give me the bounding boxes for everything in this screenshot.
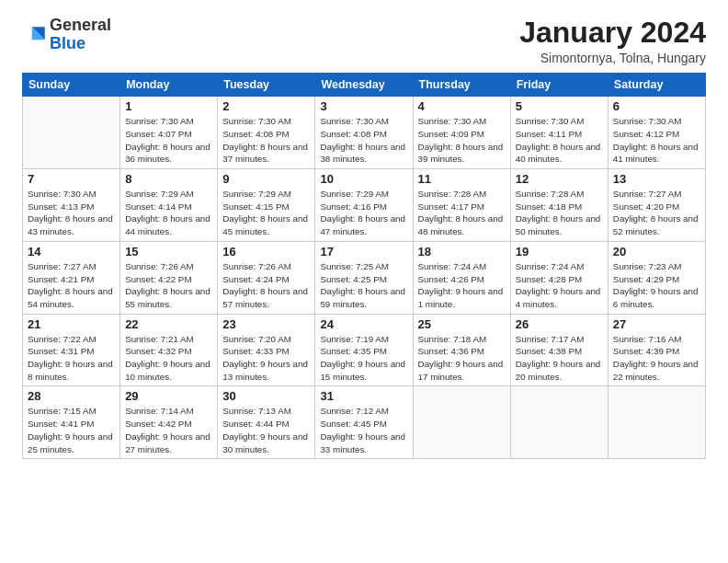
day-number: 26 [516, 317, 603, 331]
day-cell: 24Sunrise: 7:19 AMSunset: 4:35 PMDayligh… [315, 314, 413, 386]
day-info: Sunrise: 7:28 AMSunset: 4:17 PMDaylight:… [418, 188, 506, 238]
day-number: 14 [28, 245, 115, 259]
day-number: 11 [418, 172, 506, 186]
header: General Blue January 2024 Simontornya, T… [22, 17, 706, 65]
day-info: Sunrise: 7:15 AMSunset: 4:41 PMDaylight:… [28, 405, 115, 455]
day-cell: 23Sunrise: 7:20 AMSunset: 4:33 PMDayligh… [218, 314, 315, 386]
day-cell: 11Sunrise: 7:28 AMSunset: 4:17 PMDayligh… [413, 169, 510, 242]
day-cell: 22Sunrise: 7:21 AMSunset: 4:32 PMDayligh… [120, 314, 218, 386]
col-wednesday: Wednesday [315, 74, 413, 97]
day-info: Sunrise: 7:17 AMSunset: 4:38 PMDaylight:… [516, 333, 603, 384]
day-info: Sunrise: 7:24 AMSunset: 4:28 PMDaylight:… [516, 260, 603, 311]
week-row-1: 1Sunrise: 7:30 AMSunset: 4:07 PMDaylight… [23, 97, 706, 169]
day-info: Sunrise: 7:27 AMSunset: 4:21 PMDaylight:… [28, 260, 115, 311]
day-number: 28 [28, 389, 115, 403]
day-info: Sunrise: 7:30 AMSunset: 4:13 PMDaylight:… [28, 188, 115, 238]
day-cell: 20Sunrise: 7:23 AMSunset: 4:29 PMDayligh… [608, 241, 705, 314]
day-cell: 2Sunrise: 7:30 AMSunset: 4:08 PMDaylight… [218, 97, 315, 169]
column-header-row: Sunday Monday Tuesday Wednesday Thursday… [23, 74, 706, 97]
day-cell: 10Sunrise: 7:29 AMSunset: 4:16 PMDayligh… [315, 169, 413, 242]
day-number: 2 [222, 99, 310, 113]
day-info: Sunrise: 7:30 AMSunset: 4:08 PMDaylight:… [222, 115, 310, 166]
day-number: 3 [320, 99, 407, 113]
day-cell: 15Sunrise: 7:26 AMSunset: 4:22 PMDayligh… [120, 241, 218, 314]
day-info: Sunrise: 7:21 AMSunset: 4:32 PMDaylight:… [125, 333, 212, 384]
page: General Blue January 2024 Simontornya, T… [0, 0, 728, 468]
day-info: Sunrise: 7:25 AMSunset: 4:25 PMDaylight:… [320, 260, 407, 311]
col-thursday: Thursday [413, 74, 510, 97]
day-number: 15 [125, 245, 212, 259]
col-monday: Monday [120, 74, 218, 97]
day-info: Sunrise: 7:23 AMSunset: 4:29 PMDaylight:… [613, 260, 700, 311]
day-cell: 29Sunrise: 7:14 AMSunset: 4:42 PMDayligh… [120, 386, 218, 459]
day-info: Sunrise: 7:14 AMSunset: 4:42 PMDaylight:… [125, 405, 212, 455]
day-info: Sunrise: 7:22 AMSunset: 4:31 PMDaylight:… [28, 333, 115, 384]
day-cell: 31Sunrise: 7:12 AMSunset: 4:45 PMDayligh… [315, 386, 413, 459]
day-info: Sunrise: 7:30 AMSunset: 4:11 PMDaylight:… [516, 115, 603, 166]
day-cell: 18Sunrise: 7:24 AMSunset: 4:26 PMDayligh… [413, 241, 510, 314]
day-cell: 12Sunrise: 7:28 AMSunset: 4:18 PMDayligh… [510, 169, 608, 242]
day-cell: 6Sunrise: 7:30 AMSunset: 4:12 PMDaylight… [608, 97, 705, 169]
day-number: 17 [320, 245, 407, 259]
day-number: 5 [516, 99, 603, 113]
day-number: 4 [418, 99, 506, 113]
logo-icon [24, 22, 50, 48]
day-number: 22 [125, 317, 212, 331]
day-cell: 9Sunrise: 7:29 AMSunset: 4:15 PMDaylight… [218, 169, 315, 242]
day-cell: 14Sunrise: 7:27 AMSunset: 4:21 PMDayligh… [23, 241, 120, 314]
logo-blue: Blue [50, 34, 85, 52]
day-cell: 5Sunrise: 7:30 AMSunset: 4:11 PMDaylight… [510, 97, 608, 169]
day-number: 6 [613, 99, 700, 113]
week-row-4: 21Sunrise: 7:22 AMSunset: 4:31 PMDayligh… [23, 314, 706, 386]
day-info: Sunrise: 7:29 AMSunset: 4:14 PMDaylight:… [125, 188, 212, 238]
day-number: 12 [516, 172, 603, 186]
day-cell: 26Sunrise: 7:17 AMSunset: 4:38 PMDayligh… [510, 314, 608, 386]
day-cell: 1Sunrise: 7:30 AMSunset: 4:07 PMDaylight… [120, 97, 218, 169]
day-cell: 21Sunrise: 7:22 AMSunset: 4:31 PMDayligh… [23, 314, 120, 386]
day-cell [413, 386, 510, 459]
day-info: Sunrise: 7:29 AMSunset: 4:16 PMDaylight:… [320, 188, 407, 238]
day-info: Sunrise: 7:12 AMSunset: 4:45 PMDaylight:… [320, 405, 407, 455]
day-number: 21 [28, 317, 115, 331]
title-block: January 2024 Simontornya, Tolna, Hungary [519, 17, 706, 65]
day-number: 1 [125, 99, 212, 113]
day-info: Sunrise: 7:13 AMSunset: 4:44 PMDaylight:… [222, 405, 310, 455]
day-cell: 13Sunrise: 7:27 AMSunset: 4:20 PMDayligh… [608, 169, 705, 242]
col-sunday: Sunday [23, 74, 120, 97]
day-cell: 28Sunrise: 7:15 AMSunset: 4:41 PMDayligh… [23, 386, 120, 459]
logo-text: General Blue [50, 17, 111, 53]
day-number: 18 [418, 245, 506, 259]
day-info: Sunrise: 7:20 AMSunset: 4:33 PMDaylight:… [222, 333, 310, 384]
day-number: 24 [320, 317, 407, 331]
day-cell [608, 386, 705, 459]
calendar-subtitle: Simontornya, Tolna, Hungary [519, 51, 706, 65]
day-number: 20 [613, 245, 700, 259]
week-row-5: 28Sunrise: 7:15 AMSunset: 4:41 PMDayligh… [23, 386, 706, 459]
day-cell: 7Sunrise: 7:30 AMSunset: 4:13 PMDaylight… [23, 169, 120, 242]
day-info: Sunrise: 7:24 AMSunset: 4:26 PMDaylight:… [418, 260, 506, 311]
day-number: 27 [613, 317, 700, 331]
logo-general: General [50, 16, 111, 34]
day-info: Sunrise: 7:16 AMSunset: 4:39 PMDaylight:… [613, 333, 700, 384]
day-info: Sunrise: 7:30 AMSunset: 4:08 PMDaylight:… [320, 115, 407, 166]
day-info: Sunrise: 7:30 AMSunset: 4:07 PMDaylight:… [125, 115, 212, 166]
day-cell: 17Sunrise: 7:25 AMSunset: 4:25 PMDayligh… [315, 241, 413, 314]
day-number: 8 [125, 172, 212, 186]
logo: General Blue [22, 17, 111, 53]
day-cell: 3Sunrise: 7:30 AMSunset: 4:08 PMDaylight… [315, 97, 413, 169]
day-number: 25 [418, 317, 506, 331]
day-number: 30 [222, 389, 310, 403]
day-info: Sunrise: 7:26 AMSunset: 4:24 PMDaylight:… [222, 260, 310, 311]
day-info: Sunrise: 7:26 AMSunset: 4:22 PMDaylight:… [125, 260, 212, 311]
day-cell: 19Sunrise: 7:24 AMSunset: 4:28 PMDayligh… [510, 241, 608, 314]
week-row-3: 14Sunrise: 7:27 AMSunset: 4:21 PMDayligh… [23, 241, 706, 314]
day-info: Sunrise: 7:30 AMSunset: 4:12 PMDaylight:… [613, 115, 700, 166]
day-cell: 25Sunrise: 7:18 AMSunset: 4:36 PMDayligh… [413, 314, 510, 386]
day-info: Sunrise: 7:29 AMSunset: 4:15 PMDaylight:… [222, 188, 310, 238]
day-number: 29 [125, 389, 212, 403]
calendar-table: Sunday Monday Tuesday Wednesday Thursday… [22, 73, 706, 459]
col-saturday: Saturday [608, 74, 705, 97]
day-cell: 30Sunrise: 7:13 AMSunset: 4:44 PMDayligh… [218, 386, 315, 459]
day-info: Sunrise: 7:28 AMSunset: 4:18 PMDaylight:… [516, 188, 603, 238]
week-row-2: 7Sunrise: 7:30 AMSunset: 4:13 PMDaylight… [23, 169, 706, 242]
